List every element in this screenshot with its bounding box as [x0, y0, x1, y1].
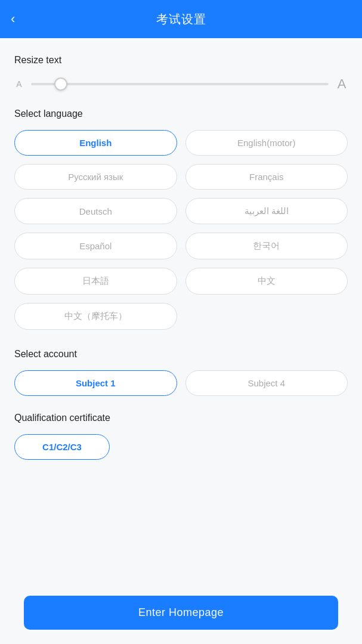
account-grid: Subject 1 Subject 4 — [14, 370, 348, 396]
account-section: Select account Subject 1 Subject 4 — [14, 349, 348, 396]
resize-text-section: Resize text A A — [14, 55, 348, 92]
lang-btn-french[interactable]: Français — [185, 164, 348, 190]
account-label: Select account — [14, 349, 348, 360]
qualification-btn[interactable]: C1/C2/C3 — [14, 434, 110, 460]
enter-homepage-button[interactable]: Enter Homepage — [24, 596, 338, 630]
lang-btn-german[interactable]: Deutsch — [14, 198, 177, 224]
back-button[interactable]: ‹ — [11, 13, 15, 26]
language-grid: English English(motor) Русский язык Fran… — [14, 130, 348, 330]
bottom-bar: Enter Homepage — [0, 586, 362, 644]
lang-btn-japanese[interactable]: 日本語 — [14, 268, 177, 295]
lang-btn-english-motor[interactable]: English(motor) — [185, 130, 348, 156]
qualification-label: Qualification certificate — [14, 413, 348, 423]
resize-text-label: Resize text — [14, 55, 348, 66]
lang-btn-arabic[interactable]: اللغة العربية — [185, 198, 348, 224]
slider-small-a: A — [14, 79, 24, 89]
account-btn-subject4[interactable]: Subject 4 — [185, 370, 348, 396]
page-title: 考试设置 — [156, 11, 206, 27]
lang-btn-chinese-motor[interactable]: 中文（摩托车） — [14, 303, 177, 330]
slider-large-a: A — [336, 76, 348, 92]
lang-btn-spanish[interactable]: Español — [14, 233, 177, 259]
slider-thumb[interactable] — [54, 78, 67, 91]
content-area: Resize text A A Select language English … — [0, 38, 362, 644]
app-header: ‹ 考试设置 — [0, 0, 362, 38]
text-size-slider[interactable] — [31, 83, 329, 85]
lang-btn-english[interactable]: English — [14, 130, 177, 156]
lang-btn-russian[interactable]: Русский язык — [14, 164, 177, 190]
lang-btn-korean[interactable]: 한국어 — [185, 233, 348, 259]
slider-row: A A — [14, 76, 348, 92]
language-label: Select language — [14, 109, 348, 119]
account-btn-subject1[interactable]: Subject 1 — [14, 370, 177, 396]
lang-btn-chinese[interactable]: 中文 — [185, 268, 348, 295]
language-section: Select language English English(motor) Р… — [14, 109, 348, 330]
qualification-section: Qualification certificate C1/C2/C3 — [14, 413, 348, 460]
